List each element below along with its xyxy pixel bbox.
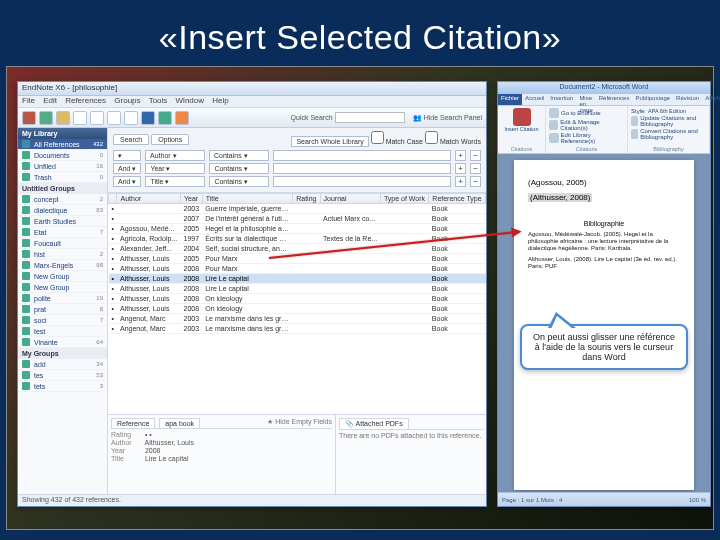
edit-library-refs-button[interactable]: Edit Library Reference(s) xyxy=(549,132,624,144)
attach-icon[interactable] xyxy=(124,111,138,125)
column-header[interactable] xyxy=(109,194,117,204)
convert-citations-button[interactable]: Convert Citations and Bibliography xyxy=(631,128,706,140)
table-row[interactable]: •Angenot, Marc2003Le marxisme dans les g… xyxy=(109,324,486,334)
sidebar-item[interactable]: tets3 xyxy=(18,381,107,392)
go-to-endnote-button[interactable]: Go to EndNote xyxy=(549,108,624,118)
sidebar-item[interactable]: Unfiled16 xyxy=(18,161,107,172)
citation-1[interactable]: (Agossou, 2005) xyxy=(528,178,680,187)
menu-file[interactable]: File xyxy=(22,96,35,105)
hide-empty-fields[interactable]: Hide Empty Fields xyxy=(275,418,332,425)
bib-entry-2: Althusser, Louis. (2008). Lire Le capita… xyxy=(528,256,680,270)
word-titlebar[interactable]: Document2 - Microsoft Word xyxy=(498,82,710,94)
pdf-empty-message: There are no PDFs attached to this refer… xyxy=(339,432,483,439)
search-tab[interactable]: Search xyxy=(113,134,149,145)
table-row[interactable]: •Agossou, Médé...2005Hegel et la philoso… xyxy=(109,224,486,234)
quicksearch-input[interactable] xyxy=(335,112,405,123)
sidebar-item[interactable]: dialectique83 xyxy=(18,205,107,216)
sidebar-item[interactable]: Etat7 xyxy=(18,227,107,238)
sync-icon[interactable] xyxy=(158,111,172,125)
citation-2[interactable]: (Althusser, 2008) xyxy=(528,193,592,202)
pencil-icon[interactable] xyxy=(73,111,87,125)
word-ribbon-tabs[interactable]: FichierAccueilInsertionMise en pageRéfér… xyxy=(498,94,710,106)
table-row[interactable]: •2007De l'intérêt général à l'utilité so… xyxy=(109,214,486,224)
options-tab[interactable]: Options xyxy=(151,134,189,145)
endnote-titlebar[interactable]: EndNote X6 - [philosophie] xyxy=(18,82,486,96)
ribbon-tab[interactable]: Fichier xyxy=(498,94,522,105)
style-select[interactable]: Style: APA 6th Edition xyxy=(631,108,706,114)
sidebar-item[interactable]: Vinante64 xyxy=(18,337,107,348)
sidebar-item[interactable]: Trash0 xyxy=(18,172,107,183)
ribbon-tab[interactable]: Affichage xyxy=(702,94,720,105)
sidebar-item[interactable]: Foucault xyxy=(18,238,107,249)
edit-citations-button[interactable]: Edit & Manage Citation(s) xyxy=(549,119,624,131)
column-header[interactable]: Type of Work xyxy=(380,194,428,204)
ribbon-tab[interactable]: Accueil xyxy=(522,94,547,105)
table-row[interactable]: •2003Guerre impériale, guerre sociale : … xyxy=(109,204,486,214)
sidebar-item[interactable]: add34 xyxy=(18,359,107,370)
sidebar-item[interactable]: test xyxy=(18,326,107,337)
column-header[interactable]: Author xyxy=(117,194,181,204)
refpane-tab-style[interactable]: apa book xyxy=(159,418,200,428)
help-icon[interactable] xyxy=(175,111,189,125)
column-header[interactable]: Title xyxy=(202,194,292,204)
magnifier-icon[interactable] xyxy=(90,111,104,125)
menu-help[interactable]: Help xyxy=(212,96,228,105)
search-criterion-row[interactable]: And ▾Year ▾Contains ▾+− xyxy=(113,163,481,174)
word-ribbon: Insert Citation Citations Go to EndNote … xyxy=(498,106,710,154)
hide-search-panel[interactable]: Hide Search Panel xyxy=(424,114,482,121)
ribbon-tab[interactable]: Révision xyxy=(673,94,702,105)
sidebar-item[interactable]: prat8 xyxy=(18,304,107,315)
word-document[interactable]: (Agossou, 2005) (Althusser, 2008) Biblio… xyxy=(514,160,694,490)
pdf-tab[interactable]: 📎 Attached PDFs xyxy=(339,418,409,429)
ribbon-tab[interactable]: Insertion xyxy=(547,94,576,105)
reference-table[interactable]: AuthorYearTitleRatingJournalType of Work… xyxy=(108,193,486,414)
sidebar-item[interactable]: concept2 xyxy=(18,194,107,205)
sidebar-all-references[interactable]: All References 432 xyxy=(18,139,107,150)
word-page-area[interactable]: (Agossou, 2005) (Althusser, 2008) Biblio… xyxy=(498,154,710,492)
ribbon-tab[interactable]: Références xyxy=(596,94,633,105)
sidebar-item[interactable]: Earth Studies xyxy=(18,216,107,227)
ribbon-tab[interactable]: Mise en page xyxy=(576,94,595,105)
endnote-menubar[interactable]: File Edit References Groups Tools Window… xyxy=(18,96,486,108)
folder-icon[interactable] xyxy=(56,111,70,125)
word-icon[interactable] xyxy=(141,111,155,125)
match-case[interactable]: Match Case xyxy=(371,138,423,145)
sidebar-item[interactable]: soci7 xyxy=(18,315,107,326)
table-row[interactable]: •Althusser, Louis2008On ideologyBook xyxy=(109,304,486,314)
column-header[interactable]: Journal xyxy=(320,194,380,204)
menu-window[interactable]: Window xyxy=(176,96,204,105)
insert-citation-button[interactable]: Insert Citation xyxy=(501,108,542,132)
search-criterion-row[interactable]: ▾Author ▾Contains ▾+− xyxy=(113,150,481,161)
book-icon[interactable] xyxy=(39,111,53,125)
column-header[interactable]: Reference Type xyxy=(429,194,486,204)
sidebar-item[interactable]: Documents0 xyxy=(18,150,107,161)
update-citations-button[interactable]: Update Citations and Bibliography xyxy=(631,115,706,127)
sidebar-item[interactable]: New Group xyxy=(18,271,107,282)
table-row[interactable]: •Althusser, Louis2008Lire Le capitalBook xyxy=(109,284,486,294)
sidebar-item[interactable]: New Group xyxy=(18,282,107,293)
find-fulltext-icon[interactable] xyxy=(107,111,121,125)
match-words[interactable]: Match Words xyxy=(425,138,481,145)
menu-groups[interactable]: Groups xyxy=(114,96,140,105)
ref-field: Rating • • xyxy=(111,431,332,438)
table-row[interactable]: •Angenot, Marc2003Le marxisme dans les g… xyxy=(109,314,486,324)
column-header[interactable]: Year xyxy=(181,194,203,204)
word-status-zoom[interactable]: 100 % xyxy=(689,497,706,503)
sidebar-item[interactable]: tes53 xyxy=(18,370,107,381)
menu-tools[interactable]: Tools xyxy=(149,96,168,105)
menu-edit[interactable]: Edit xyxy=(43,96,57,105)
sidebar-item[interactable]: polite19 xyxy=(18,293,107,304)
table-row[interactable]: •Althusser, Louis2008On ideologyBook xyxy=(109,294,486,304)
sidebar-item[interactable]: hist2 xyxy=(18,249,107,260)
column-header[interactable]: Rating xyxy=(293,194,320,204)
table-row[interactable]: •Althusser, Louis2008Lire Le capitalBook xyxy=(109,274,486,284)
globe-icon[interactable] xyxy=(22,111,36,125)
search-scope[interactable]: Search Whole Library xyxy=(291,136,368,147)
search-criterion-row[interactable]: And ▾Title ▾Contains ▾+− xyxy=(113,176,481,187)
sidebar-item[interactable]: Marx-Engels98 xyxy=(18,260,107,271)
table-row[interactable]: •Althusser, Louis2008Pour MarxBook xyxy=(109,264,486,274)
ribbon-tab[interactable]: Publipostage xyxy=(632,94,673,105)
refpane-tab-reference[interactable]: Reference xyxy=(111,418,155,428)
menu-references[interactable]: References xyxy=(65,96,106,105)
table-row[interactable]: •Alexander, Jeff...2004Self, social stru… xyxy=(109,244,486,254)
